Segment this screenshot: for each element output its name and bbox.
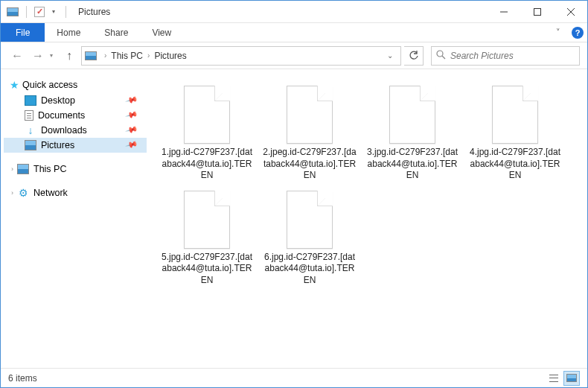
pin-icon: 📌	[124, 137, 142, 153]
refresh-button[interactable]	[404, 46, 424, 66]
chevron-right-icon[interactable]: ›	[11, 165, 13, 173]
star-icon: ★	[10, 79, 19, 91]
sidebar-item-documents[interactable]: Documents 📌	[4, 108, 147, 123]
breadcrumb[interactable]: › This PC › Pictures ⌄	[81, 46, 401, 66]
window-title: Pictures	[74, 7, 110, 17]
pc-icon	[85, 51, 97, 60]
qat-properties-icon[interactable]: ✓	[34, 7, 45, 17]
svg-line-5	[442, 56, 445, 59]
file-item[interactable]: 2.jpeg.id-C279F237.[databack44@tuta.io].…	[260, 83, 359, 185]
help-button[interactable]: ?	[568, 23, 587, 42]
details-view-button[interactable]	[546, 371, 562, 386]
file-icon	[492, 86, 538, 144]
ribbon-expand-icon[interactable]: ˅	[549, 23, 568, 42]
sidebar-item-thispc[interactable]: › This PC	[4, 162, 147, 176]
network-icon: ⚙	[17, 188, 29, 198]
tab-view[interactable]: View	[140, 23, 183, 42]
search-icon	[436, 50, 446, 62]
app-icon	[7, 7, 19, 16]
thumbnails-view-button[interactable]	[563, 371, 580, 386]
svg-point-4	[437, 51, 443, 57]
tab-home[interactable]: Home	[45, 23, 92, 42]
sidebar-item-desktop[interactable]: Desktop 📌	[4, 93, 147, 108]
sidebar-item-label: Network	[33, 188, 68, 198]
sidebar-item-pictures[interactable]: Pictures 📌	[4, 138, 147, 153]
documents-icon	[25, 110, 33, 121]
navbar: ← → ▾ ↑ › This PC › Pictures ⌄	[1, 42, 587, 69]
forward-button[interactable]: →	[29, 47, 47, 65]
back-button[interactable]: ←	[8, 47, 26, 65]
file-item[interactable]: 6.jpg.id-C279F237.[databack44@tuta.io].T…	[260, 188, 359, 290]
pc-icon	[17, 164, 29, 174]
ribbon: File Home Share View ˅ ?	[1, 23, 587, 42]
file-icon	[287, 86, 333, 144]
file-list[interactable]: 1.jpg.id-C279F237.[databack44@tuta.io].T…	[150, 69, 587, 368]
downloads-icon: ↓	[25, 125, 36, 136]
chevron-right-icon[interactable]: ›	[103, 51, 108, 60]
maximize-button[interactable]	[520, 1, 554, 23]
sidebar-item-network[interactable]: › ⚙ Network	[4, 185, 147, 200]
breadcrumb-root[interactable]: This PC	[111, 51, 143, 61]
pin-icon: 📌	[124, 107, 142, 123]
file-name: 6.jpg.id-C279F237.[databack44@tuta.io].T…	[263, 252, 357, 287]
breadcrumb-dropdown-icon[interactable]: ⌄	[383, 51, 397, 60]
pin-icon: 📌	[124, 122, 142, 138]
file-tab[interactable]: File	[1, 23, 45, 42]
breadcrumb-folder[interactable]: Pictures	[154, 51, 186, 61]
up-button[interactable]: ↑	[60, 47, 78, 65]
search-input[interactable]	[450, 51, 575, 61]
separator	[26, 6, 27, 18]
close-button[interactable]	[554, 1, 587, 23]
quick-access-header[interactable]: ★ Quick access	[4, 77, 147, 93]
tab-share[interactable]: Share	[92, 23, 140, 42]
sidebar-item-label: Pictures	[41, 140, 74, 150]
file-icon	[287, 191, 333, 249]
file-item[interactable]: 1.jpg.id-C279F237.[databack44@tuta.io].T…	[157, 83, 257, 185]
chevron-right-icon[interactable]: ›	[11, 189, 13, 197]
file-icon	[184, 86, 230, 144]
chevron-right-icon[interactable]: ›	[146, 51, 151, 60]
sidebar-item-downloads[interactable]: ↓ Downloads 📌	[4, 123, 147, 138]
minimize-button[interactable]	[487, 1, 520, 23]
desktop-icon	[25, 95, 36, 106]
file-icon	[184, 191, 230, 249]
file-name: 3.jpg.id-C279F237.[databack44@tuta.io].T…	[365, 147, 459, 182]
status-item-count: 6 items	[8, 373, 37, 384]
sidebar: ★ Quick access Desktop 📌 Documents 📌 ↓ D…	[1, 69, 150, 368]
quick-access-label: Quick access	[22, 80, 77, 90]
sidebar-item-label: Downloads	[41, 125, 87, 136]
file-item[interactable]: 5.jpg.id-C279F237.[databack44@tuta.io].T…	[157, 188, 257, 290]
pin-icon: 📌	[124, 92, 142, 108]
file-item[interactable]: 3.jpg.id-C279F237.[databack44@tuta.io].T…	[362, 83, 462, 185]
file-icon	[389, 86, 435, 144]
pictures-icon	[25, 140, 36, 150]
history-dropdown-icon[interactable]: ▾	[50, 52, 57, 59]
file-name: 2.jpeg.id-C279F237.[databack44@tuta.io].…	[263, 147, 357, 182]
file-name: 4.jpg.id-C279F237.[databack44@tuta.io].T…	[468, 147, 562, 182]
sidebar-item-label: Documents	[38, 110, 85, 121]
file-item[interactable]: 4.jpg.id-C279F237.[databack44@tuta.io].T…	[465, 83, 565, 185]
sidebar-item-label: This PC	[33, 164, 66, 174]
file-name: 1.jpg.id-C279F237.[databack44@tuta.io].T…	[160, 147, 254, 182]
separator	[65, 6, 66, 18]
search-box[interactable]	[431, 46, 580, 66]
svg-rect-1	[534, 8, 540, 15]
titlebar: ✓ ▾ Pictures	[1, 1, 587, 23]
qat-dropdown-icon[interactable]: ▾	[49, 8, 58, 15]
file-name: 5.jpg.id-C279F237.[databack44@tuta.io].T…	[160, 252, 254, 287]
statusbar: 6 items	[1, 368, 587, 387]
sidebar-item-label: Desktop	[41, 95, 75, 106]
